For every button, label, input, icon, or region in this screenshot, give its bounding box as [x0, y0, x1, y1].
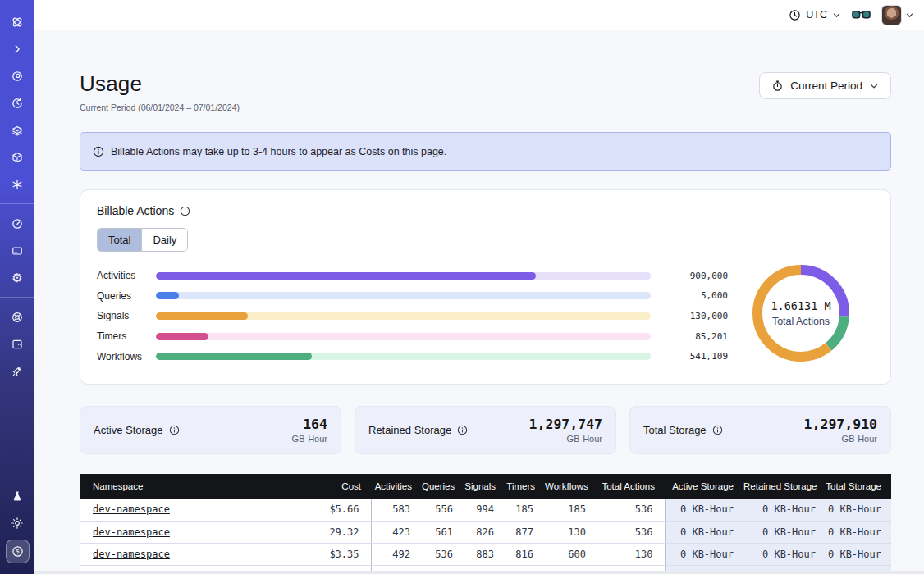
col-namespace[interactable]: Namespace [80, 474, 285, 499]
col-queries[interactable]: Queries [422, 474, 464, 499]
cell-total-actions: 536 [597, 499, 665, 521]
table-row-partial [80, 565, 891, 571]
bar-fill [156, 272, 536, 280]
col-total-storage[interactable]: Total Storage [826, 474, 891, 499]
history-clock-icon[interactable] [7, 93, 28, 114]
glasses-icon[interactable] [852, 9, 871, 20]
billing-card-icon[interactable] [7, 240, 28, 262]
bar-value: 130,000 [662, 311, 728, 321]
bar-value: 541,109 [662, 351, 728, 362]
chevron-down-icon [905, 11, 914, 20]
cell-retained-storage: 0 KB-Hour [743, 499, 826, 521]
cube-icon[interactable] [7, 147, 28, 168]
col-signals[interactable]: Signals [464, 474, 505, 499]
getting-started-rocket-icon[interactable] [7, 361, 28, 382]
cell-activities: 583 [371, 499, 422, 521]
cell-activities: 492 [371, 543, 422, 565]
retained-storage-card: Retained Storage 1,297,747 GB-Hour [355, 406, 616, 454]
tab-daily[interactable]: Daily [141, 229, 187, 251]
col-total-actions[interactable]: Total Actions [597, 474, 665, 499]
billable-actions-title: Billable Actions [97, 204, 174, 217]
col-workflows[interactable]: Workflows [545, 474, 597, 499]
clock-icon [789, 9, 801, 21]
bar-value: 900,000 [662, 271, 728, 281]
active-storage-unit: GB-Hour [292, 434, 327, 444]
cell-cost: $5.66 [285, 499, 371, 521]
total-actions-donut: 1.66131 M Total Actions [728, 259, 874, 367]
chevron-down-icon [869, 81, 879, 91]
billable-actions-card: Billable Actions Total Daily Activities … [80, 189, 891, 385]
total-storage-card: Total Storage 1,297,910 GB-Hour [629, 406, 891, 454]
info-icon[interactable] [169, 425, 180, 435]
sidebar: ⚙ $ [0, 0, 34, 574]
namespaces-icon[interactable] [7, 66, 28, 87]
bar-fill [156, 353, 312, 360]
cell-timers: 816 [505, 543, 545, 565]
svg-text:$: $ [16, 548, 20, 555]
cell-queries: 536 [422, 543, 464, 565]
col-cost[interactable]: Cost [285, 474, 371, 499]
bar-track [156, 353, 651, 360]
timezone-selector[interactable]: UTC [789, 9, 841, 21]
cell-workflows: 600 [545, 543, 597, 565]
storage-summary-row: Active Storage 164 GB-Hour Retained Stor… [80, 406, 891, 454]
cell-signals: 883 [464, 543, 505, 565]
cell-retained-storage: 0 KB-Hour [743, 543, 826, 565]
col-retained-storage[interactable]: Retained Storage [743, 474, 826, 499]
settings-gear-icon[interactable]: ⚙ [7, 267, 28, 289]
donut-total-label: Total Actions [771, 316, 830, 327]
topbar: UTC [34, 0, 924, 30]
cell-total-storage: 0 KB-Hour [826, 499, 891, 521]
account-menu[interactable] [881, 5, 914, 25]
cell-workflows: 185 [545, 499, 597, 521]
namespace-link[interactable]: dev-namespace [93, 549, 170, 560]
docs-monitor-icon[interactable] [7, 334, 28, 355]
support-lifebuoy-icon[interactable] [7, 307, 28, 328]
cell-queries: 556 [422, 499, 464, 521]
period-selector-label: Current Period [790, 80, 862, 92]
active-storage-card: Active Storage 164 GB-Hour [80, 406, 341, 454]
donut-total-value: 1.66131 M [771, 299, 830, 312]
bar-track [156, 272, 651, 280]
info-icon[interactable] [712, 425, 723, 435]
cell-total-actions: 130 [597, 543, 665, 565]
cell-queries: 561 [422, 521, 464, 543]
table-scrollbar[interactable] [34, 571, 924, 574]
bar-value: 85,201 [662, 331, 728, 342]
namespace-link[interactable]: dev-namespace [93, 503, 170, 515]
cell-signals: 994 [464, 499, 505, 521]
bar-row-activities: Activities 900,000 [97, 266, 728, 286]
namespace-link[interactable]: dev-namespace [93, 526, 170, 538]
timezone-label: UTC [806, 9, 827, 20]
bar-label: Activities [97, 270, 156, 281]
lab-flask-icon[interactable] [7, 485, 28, 507]
cell-total-actions: 536 [597, 521, 665, 543]
retained-storage-value: 1,297,747 [529, 417, 602, 432]
active-storage-label: Active Storage [94, 424, 163, 436]
cell-timers: 185 [505, 499, 545, 521]
info-icon[interactable] [180, 206, 190, 216]
bar-row-workflows: Workflows 541,109 [97, 346, 728, 367]
layers-icon[interactable] [7, 120, 28, 141]
namespace-usage-table: Namespace Cost Activities Queries Signal… [80, 474, 891, 571]
collapse-chevron-icon[interactable] [7, 39, 28, 60]
period-selector-button[interactable]: Current Period [759, 72, 891, 99]
bar-label: Workflows [97, 351, 156, 362]
col-activities[interactable]: Activities [371, 474, 422, 499]
usage-dollar-icon[interactable]: $ [6, 540, 30, 563]
cell-cost: $3.35 [285, 543, 371, 565]
tab-total[interactable]: Total [98, 229, 141, 251]
info-icon[interactable] [457, 425, 468, 435]
nexus-asterisk-icon[interactable] [7, 174, 28, 195]
usage-gauge-icon[interactable] [7, 213, 28, 235]
temporal-logo-icon[interactable] [7, 11, 28, 33]
total-storage-value: 1,297,910 [804, 417, 877, 432]
chevron-down-icon [832, 11, 841, 20]
cell-active-storage: 0 KB-Hour [665, 499, 743, 521]
active-storage-value: 164 [292, 417, 327, 432]
bar-track [156, 312, 651, 320]
col-timers[interactable]: Timers [505, 474, 545, 499]
col-active-storage[interactable]: Active Storage [665, 474, 743, 499]
info-icon [93, 146, 104, 157]
theme-sun-icon[interactable] [7, 512, 28, 534]
